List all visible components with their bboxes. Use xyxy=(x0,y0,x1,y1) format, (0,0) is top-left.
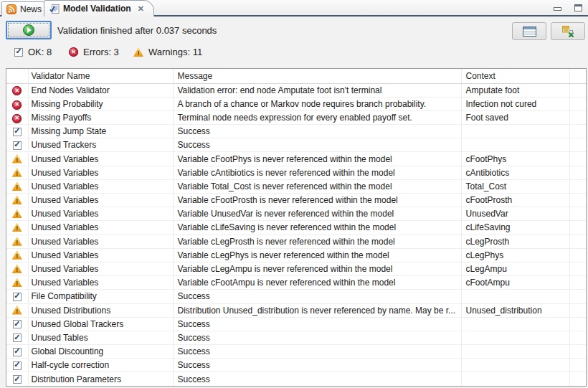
table-row[interactable]: ✓ Unused Tables Success xyxy=(6,331,586,344)
extra-column-header xyxy=(569,69,586,83)
tab-model-validation-label: Model Validation xyxy=(63,4,131,14)
warning-icon: ! xyxy=(12,195,22,204)
error-icon: ✕ xyxy=(69,47,78,57)
context-cell xyxy=(461,359,569,372)
table-row[interactable]: ! Unused Variables Variable cFootProsth … xyxy=(6,194,586,207)
warning-icon: ! xyxy=(12,250,22,260)
validation-results-panel: Validator Name Message Context ✕ End Nod… xyxy=(6,68,587,387)
play-icon xyxy=(23,24,34,36)
status-column-header[interactable] xyxy=(6,69,28,83)
table-row[interactable]: ! Unused Variables Variable Total_Cost i… xyxy=(6,179,586,193)
maximize-icon xyxy=(574,4,582,11)
context-cell: cFootProsth xyxy=(461,194,569,207)
warning-icon: ! xyxy=(12,237,22,246)
message-cell: A branch of a chance or Markov node requ… xyxy=(173,97,461,110)
errors-count: ✕ Errors: 3 xyxy=(69,47,119,57)
ok-count-label: OK: 8 xyxy=(28,47,52,57)
table-row[interactable]: ! Unused Distributions Distribution Unus… xyxy=(6,303,586,317)
context-cell: cAntibiotics xyxy=(461,166,569,179)
context-column-header[interactable]: Context xyxy=(461,69,569,83)
message-cell: Variable cLegProsth is never referenced … xyxy=(173,235,461,248)
show-as-table-button[interactable] xyxy=(512,22,546,40)
table-row[interactable]: ! Unused Variables Variable cLegAmpu is … xyxy=(6,262,586,275)
maximize-button[interactable] xyxy=(573,3,584,13)
table-row[interactable]: ✕ End Nodes Validator Validation error: … xyxy=(6,83,586,97)
warning-icon: ! xyxy=(12,154,22,164)
context-cell: cLifeSaving xyxy=(461,221,569,235)
table-row[interactable]: ✓ File Compatibility Success xyxy=(6,290,586,303)
error-icon: ✕ xyxy=(12,114,22,123)
validator-name-cell: Unused Trackers xyxy=(28,138,173,152)
ok-icon: ✓ xyxy=(13,361,22,370)
table-row[interactable]: ✓ Missing Jump State Success xyxy=(6,125,586,138)
message-cell: Success xyxy=(173,317,461,331)
table-header-row: Validator Name Message Context xyxy=(6,69,586,83)
message-cell: Success xyxy=(173,345,461,359)
message-cell: Terminal node needs expression for every… xyxy=(173,110,461,124)
summary-bar: ✓ OK: 8 ✕ Errors: 3 ! Warnings: 11 xyxy=(0,47,588,60)
validator-name-cell: Missing Probability xyxy=(28,97,173,110)
validation-document-icon xyxy=(49,4,60,14)
table-row[interactable]: ! Unused Variables Variable cFootPhys is… xyxy=(6,152,586,166)
validator-name-cell: Unused Variables xyxy=(28,207,173,221)
message-cell: Success xyxy=(173,359,461,372)
warning-icon: ! xyxy=(12,181,22,191)
validator-name-cell: Global Discounting xyxy=(28,345,173,359)
table-row[interactable]: ✓ Unused Global Trackers Success xyxy=(6,317,586,331)
context-cell xyxy=(461,331,569,344)
ok-icon: ✓ xyxy=(13,348,22,356)
close-icon[interactable]: ✕ xyxy=(138,4,144,14)
validator-name-cell: File Compatibility xyxy=(28,290,173,303)
warning-icon: ! xyxy=(12,168,22,177)
table-row[interactable]: ! Unused Variables Variable cAntibiotics… xyxy=(6,166,586,179)
table-row[interactable]: ✕ Missing Payoffs Terminal node needs ex… xyxy=(6,110,586,124)
table-row[interactable]: ✓ Unused Trackers Success xyxy=(6,138,586,152)
validator-name-column-header[interactable]: Validator Name xyxy=(28,69,173,83)
validator-name-cell: Unused Tables xyxy=(28,331,173,344)
context-cell: cLegProsth xyxy=(461,235,569,248)
validator-name-cell: Unused Global Trackers xyxy=(28,317,173,331)
table-row[interactable]: ! Unused Variables Variable cLegPhys is … xyxy=(6,248,586,262)
message-cell: Success xyxy=(173,138,461,152)
message-cell: Validation error: end node Amputate foot… xyxy=(173,83,461,97)
view-controls xyxy=(552,3,584,13)
table-row[interactable]: ! Unused Variables Variable cLegProsth i… xyxy=(6,235,586,248)
context-cell: cFootPhys xyxy=(461,152,569,166)
message-cell: Variable cFootAmpu is never referenced w… xyxy=(173,276,461,290)
validator-name-cell: Unused Variables xyxy=(28,179,173,193)
ok-icon: ✓ xyxy=(13,333,22,342)
validator-name-cell: Unused Variables xyxy=(28,152,173,166)
message-cell: Variable cLegAmpu is never referenced wi… xyxy=(173,262,461,275)
run-validation-button[interactable] xyxy=(6,21,52,39)
message-cell: Distribution Unused_distribution is neve… xyxy=(173,303,461,317)
ok-checkbox-icon[interactable]: ✓ xyxy=(14,48,23,57)
ok-icon: ✓ xyxy=(13,141,22,150)
table-icon xyxy=(523,27,536,37)
table-row[interactable]: ✕ Missing Probability A branch of a chan… xyxy=(6,97,586,110)
message-column-header[interactable]: Message xyxy=(173,69,461,83)
table-row[interactable]: ✓ Half-cycle correction Success xyxy=(6,359,586,372)
context-cell xyxy=(461,345,569,359)
warning-icon: ! xyxy=(12,222,22,232)
tab-model-validation[interactable]: Model Validation ✕ xyxy=(44,0,154,16)
warning-icon: ! xyxy=(12,278,22,287)
tab-news[interactable]: News xyxy=(1,1,49,16)
table-row[interactable]: ! Unused Variables Variable cFootAmpu is… xyxy=(6,276,586,290)
message-cell: Success xyxy=(173,290,461,303)
message-cell: Variable cLifeSaving is never referenced… xyxy=(173,221,461,235)
warnings-count: ! Warnings: 11 xyxy=(133,47,202,57)
table-row[interactable]: ✓ Distribution Parameters Success xyxy=(6,372,586,386)
warning-icon: ! xyxy=(12,209,22,218)
validator-name-cell: Unused Variables xyxy=(28,262,173,275)
context-cell xyxy=(461,290,569,303)
context-cell xyxy=(461,125,569,138)
ok-count-filter[interactable]: ✓ OK: 8 xyxy=(14,47,52,57)
context-cell xyxy=(461,317,569,331)
minimize-button[interactable] xyxy=(552,3,563,13)
table-row[interactable]: ✓ Global Discounting Success xyxy=(6,345,586,359)
table-row[interactable]: ! Unused Variables Variable UnusedVar is… xyxy=(6,207,586,221)
export-to-excel-button[interactable] xyxy=(551,22,585,40)
message-cell: Variable cAntibiotics is never reference… xyxy=(173,166,461,179)
validator-name-cell: Missing Jump State xyxy=(28,125,173,138)
table-row[interactable]: ! Unused Variables Variable cLifeSaving … xyxy=(6,221,586,235)
